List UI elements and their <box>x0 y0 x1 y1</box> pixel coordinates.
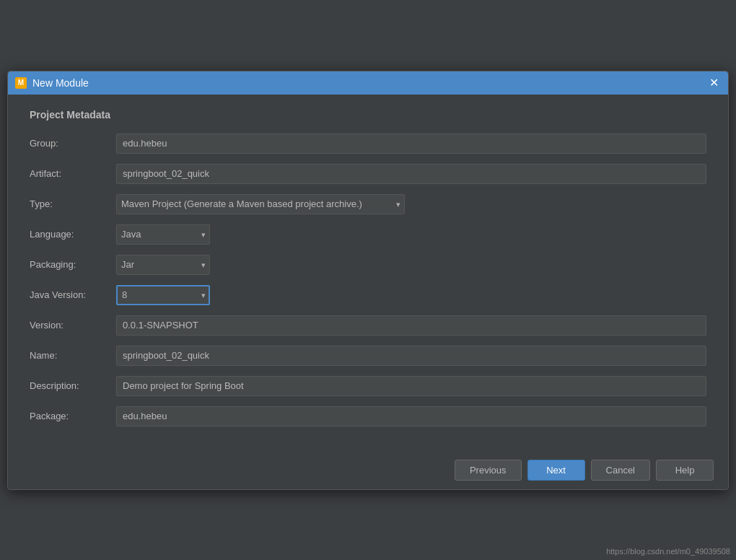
packaging-select-wrapper: Jar War <box>116 255 210 275</box>
group-label: Group: <box>30 138 116 149</box>
version-input[interactable] <box>116 315 706 336</box>
package-label: Package: <box>30 411 116 421</box>
artifact-row: Artifact: <box>30 164 706 184</box>
description-label: Description: <box>30 380 116 391</box>
name-label: Name: <box>30 350 116 361</box>
module-icon: M <box>15 77 27 89</box>
dialog-titlebar: M New Module ✕ <box>8 71 728 95</box>
language-select-wrapper: Java Kotlin Groovy <box>116 224 210 245</box>
close-button[interactable]: ✕ <box>706 76 721 90</box>
previous-button[interactable]: Previous <box>455 460 522 481</box>
section-title: Project Metadata <box>30 109 706 121</box>
help-button[interactable]: Help <box>656 460 714 481</box>
java-version-select-wrapper: 8 11 17 <box>116 285 210 305</box>
artifact-input[interactable] <box>116 164 706 184</box>
java-version-select[interactable]: 8 11 17 <box>116 285 210 305</box>
description-row: Description: <box>30 376 706 396</box>
package-input[interactable] <box>116 406 706 426</box>
packaging-select[interactable]: Jar War <box>116 255 210 275</box>
type-label: Type: <box>30 198 116 209</box>
version-label: Version: <box>30 320 116 331</box>
group-row: Group: <box>30 134 706 154</box>
language-row: Language: Java Kotlin Groovy <box>30 224 706 245</box>
dialog-content: Project Metadata Group: Artifact: Type: … <box>8 95 728 451</box>
packaging-row: Packaging: Jar War <box>30 255 706 275</box>
version-row: Version: <box>30 315 706 336</box>
watermark: https://blog.csdn.net/m0_49039508 <box>606 547 730 556</box>
dialog-title-left: M New Module <box>15 77 89 89</box>
java-version-row: Java Version: 8 11 17 <box>30 285 706 305</box>
type-select[interactable]: Maven Project (Generate a Maven based pr… <box>116 194 405 214</box>
java-version-label: Java Version: <box>30 289 116 300</box>
next-button[interactable]: Next <box>527 460 585 481</box>
description-input[interactable] <box>116 376 706 396</box>
cancel-button[interactable]: Cancel <box>591 460 650 481</box>
language-select[interactable]: Java Kotlin Groovy <box>116 224 210 245</box>
name-row: Name: <box>30 346 706 366</box>
type-row: Type: Maven Project (Generate a Maven ba… <box>30 194 706 214</box>
group-input[interactable] <box>116 134 706 154</box>
dialog-title: New Module <box>32 77 89 89</box>
package-row: Package: <box>30 406 706 426</box>
dialog-footer: Previous Next Cancel Help <box>8 451 728 489</box>
name-input[interactable] <box>116 346 706 366</box>
packaging-label: Packaging: <box>30 259 116 270</box>
artifact-label: Artifact: <box>30 168 116 179</box>
language-label: Language: <box>30 229 116 240</box>
new-module-dialog: M New Module ✕ Project Metadata Group: A… <box>7 71 729 490</box>
type-select-wrapper: Maven Project (Generate a Maven based pr… <box>116 194 405 214</box>
